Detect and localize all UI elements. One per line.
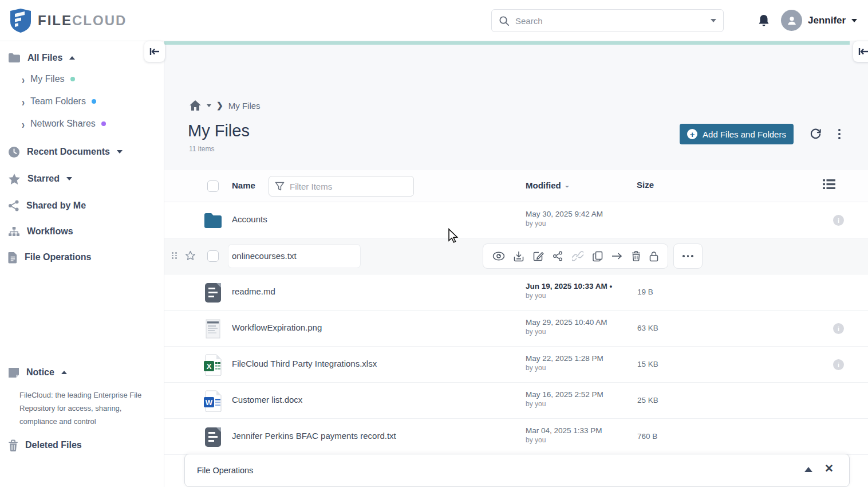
chevron-right-icon: ❯ [216, 101, 223, 110]
chevron-right-icon: › [22, 73, 25, 85]
file-name[interactable]: Customer list.docx [232, 395, 302, 404]
trash-icon [8, 439, 18, 451]
file-name[interactable]: FileCloud Third Party Integrations.xlsx [232, 359, 377, 368]
refresh-button[interactable] [809, 127, 822, 142]
more-options-button[interactable] [835, 127, 843, 141]
file-name[interactable]: Accounts [232, 214, 267, 224]
notice-icon [8, 367, 19, 378]
file-icon [8, 252, 18, 264]
sidebar-item-notice[interactable]: Notice [8, 365, 67, 380]
search-input[interactable] [515, 16, 705, 26]
file-table: Name Modified⌄ Size Accounts May 30, 202… [164, 170, 868, 487]
column-header-modified[interactable]: Modified⌄ [526, 180, 570, 190]
right-panel-collapse-button[interactable] [853, 41, 868, 62]
panel-expand-button[interactable] [804, 467, 812, 472]
info-icon[interactable]: i [833, 215, 844, 226]
text-file-icon [203, 282, 223, 304]
avatar [781, 10, 802, 31]
sidebar-item-network-shares[interactable]: › Network Shares [22, 117, 106, 131]
image-thumbnail [203, 318, 223, 340]
sidebar-item-deleted-files[interactable]: Deleted Files [8, 438, 82, 453]
network-shares-status-dot [101, 121, 106, 126]
chevron-right-icon: › [22, 95, 25, 108]
modified-cell: Jun 19, 2025 10:33 AM • by you [526, 282, 612, 300]
preview-icon[interactable] [492, 252, 505, 261]
move-icon[interactable] [611, 252, 622, 260]
sidebar-item-my-files[interactable]: › My Files [22, 72, 75, 86]
file-operations-panel: File Operations ✕ [184, 454, 850, 487]
file-name[interactable]: readme.md [232, 286, 275, 296]
info-icon[interactable]: i [833, 359, 844, 370]
column-header-name[interactable]: Name [232, 180, 255, 190]
modified-cell: May 30, 2025 9:42 AM by you [526, 210, 603, 227]
clock-icon [8, 146, 20, 158]
lock-icon[interactable] [649, 251, 658, 262]
team-folders-status-dot [92, 99, 96, 104]
notifications-button[interactable] [757, 14, 771, 31]
drag-handle[interactable] [172, 252, 177, 259]
copy-icon[interactable] [593, 251, 603, 262]
file-name[interactable]: WorkflowExpiration.png [232, 323, 322, 332]
panel-close-button[interactable]: ✕ [824, 462, 834, 475]
user-name: Jennifer [808, 15, 846, 26]
size-cell: 25 KB [637, 396, 658, 404]
search-scope-dropdown-icon[interactable] [711, 19, 716, 22]
collapse-caret-icon [69, 56, 75, 60]
breadcrumb-dropdown-icon[interactable] [207, 104, 211, 107]
edit-icon[interactable] [533, 251, 544, 262]
filter-input[interactable] [290, 182, 408, 191]
copy-link-icon[interactable] [572, 251, 583, 261]
home-icon[interactable] [189, 100, 202, 111]
column-header-size[interactable]: Size [637, 180, 654, 190]
table-row-hovered[interactable]: onlinecourses.txt [164, 238, 868, 274]
modified-cell: Mar 04, 2025 1:33 PM by you [526, 426, 602, 444]
select-all-checkbox[interactable] [207, 180, 219, 192]
table-row[interactable]: X FileCloud Third Party Integrations.xls… [164, 347, 868, 383]
info-icon[interactable]: i [833, 323, 844, 334]
top-header: FILECLOUD Jennifer [0, 0, 868, 41]
modified-cell: May 22, 2025 1:28 PM by you [526, 354, 603, 372]
filecloud-logo[interactable]: FILECLOUD [9, 8, 127, 33]
sidebar-item-file-operations[interactable]: File Operations [8, 250, 91, 265]
progress-strip [164, 41, 850, 45]
file-name[interactable]: onlinecourses.txt [232, 251, 297, 261]
user-menu[interactable]: Jennifer [781, 10, 857, 31]
table-row[interactable]: Jennifer Perkins BFAC payments record.tx… [164, 419, 868, 455]
star-toggle-icon[interactable] [185, 250, 196, 263]
row-action-toolbar [483, 244, 668, 269]
page-title: My Files [188, 121, 250, 140]
item-count: 11 items [189, 145, 214, 153]
download-icon[interactable] [514, 251, 524, 262]
sidebar-item-recent-documents[interactable]: Recent Documents [8, 144, 123, 159]
row-more-button[interactable] [673, 244, 703, 269]
breadcrumb-current[interactable]: My Files [228, 101, 261, 111]
size-cell: 760 B [637, 432, 657, 441]
main-content: ❯ My Files My Files 11 items + Add Files… [164, 41, 868, 487]
share-icon[interactable] [553, 251, 563, 261]
modified-cell: May 16, 2025 2:52 PM by you [526, 390, 603, 408]
sidebar-item-starred[interactable]: Starred [8, 171, 72, 186]
list-view-toggle[interactable] [823, 179, 835, 192]
table-row[interactable]: Accounts May 30, 2025 9:42 AM by you i [164, 202, 868, 238]
row-checkbox[interactable] [207, 250, 219, 262]
global-search [491, 9, 724, 32]
sidebar-item-all-files[interactable]: All Files [8, 50, 75, 65]
sidebar-collapse-button[interactable] [144, 41, 165, 62]
table-row[interactable]: readme.md Jun 19, 2025 10:33 AM • by you… [164, 274, 868, 311]
table-row[interactable]: WorkflowExpiration.png May 29, 2025 10:4… [164, 311, 868, 347]
chevron-right-icon: › [22, 117, 25, 130]
word-file-icon: W [203, 390, 223, 412]
sidebar-item-team-folders[interactable]: › Team Folders [22, 95, 96, 108]
plus-icon: + [687, 129, 697, 139]
sidebar-item-workflows[interactable]: Workflows [8, 224, 73, 239]
my-files-status-dot [70, 77, 75, 81]
sidebar-item-shared-by-me[interactable]: Shared by Me [8, 198, 86, 213]
filter-icon [275, 182, 285, 191]
table-row[interactable]: W Customer list.docx May 16, 2025 2:52 P… [164, 383, 868, 419]
file-name[interactable]: Jennifer Perkins BFAC payments record.tx… [232, 431, 396, 441]
sort-caret-icon: ⌄ [565, 182, 570, 189]
delete-icon[interactable] [632, 251, 641, 261]
filecloud-shield-icon [9, 8, 32, 33]
add-files-button[interactable]: + Add Files and Folders [680, 124, 794, 144]
share-icon [8, 200, 19, 211]
